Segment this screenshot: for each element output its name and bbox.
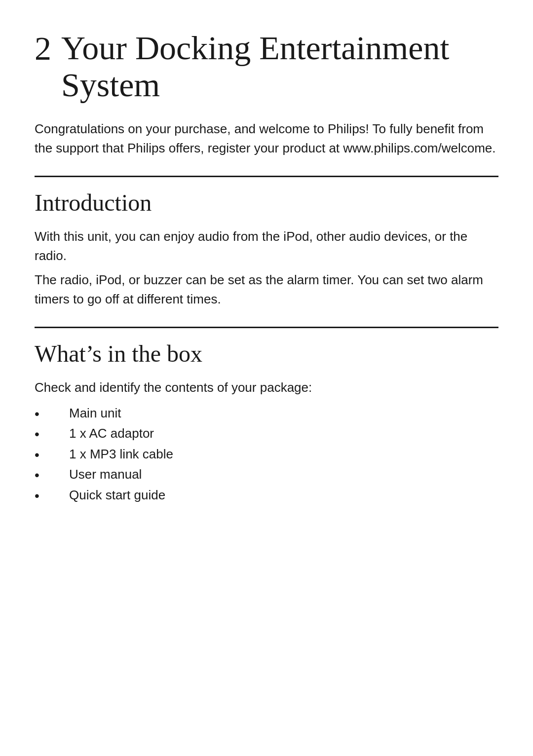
- introduction-paragraph-1: With this unit, you can enjoy audio from…: [35, 227, 498, 265]
- intro-paragraph: Congratulations on your purchase, and we…: [35, 119, 498, 158]
- section-title-whats-in-box: What’s in the box: [35, 340, 498, 367]
- chapter-header: 2 Your Docking Entertainment System: [35, 30, 498, 104]
- box-contents-list: Main unit 1 x AC adaptor 1 x MP3 link ca…: [35, 403, 498, 506]
- divider-intro: [35, 176, 498, 177]
- list-item: 1 x AC adaptor: [35, 423, 498, 444]
- section-title-introduction: Introduction: [35, 189, 498, 216]
- list-item: Main unit: [35, 403, 498, 424]
- box-list-label: Check and identify the contents of your …: [35, 378, 498, 397]
- page-container: 2 Your Docking Entertainment System Cong…: [35, 30, 498, 506]
- divider-whats-in-box: [35, 327, 498, 328]
- list-item: User manual: [35, 464, 498, 485]
- list-item: Quick start guide: [35, 485, 498, 506]
- chapter-number: 2: [35, 30, 51, 65]
- chapter-title: Your Docking Entertainment System: [61, 30, 498, 104]
- section-whats-in-box: What’s in the box Check and identify the…: [35, 340, 498, 506]
- list-item: 1 x MP3 link cable: [35, 444, 498, 465]
- introduction-paragraph-2: The radio, iPod, or buzzer can be set as…: [35, 270, 498, 309]
- section-introduction: Introduction With this unit, you can enj…: [35, 189, 498, 309]
